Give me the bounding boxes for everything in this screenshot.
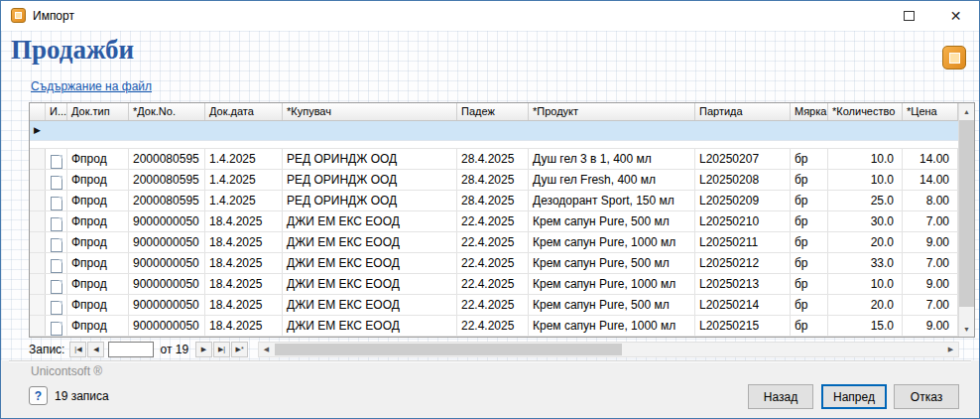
- row-selector[interactable]: [30, 232, 46, 252]
- close-button[interactable]: ✕: [932, 1, 979, 31]
- grid-cell-unit[interactable]: бр: [791, 316, 828, 336]
- grid-cell-qty[interactable]: 10.0: [828, 274, 903, 294]
- grid-cell-product[interactable]: Дезодорант Sport, 150 мл: [529, 191, 695, 210]
- grid-cell-due[interactable]: 28.4.2025: [457, 191, 529, 210]
- row-selector[interactable]: [30, 191, 46, 210]
- cancel-button[interactable]: Отказ: [894, 384, 959, 409]
- scroll-right-icon[interactable]: ▶: [943, 343, 958, 356]
- grid-cell-qty[interactable]: 20.0: [828, 232, 903, 252]
- grid-cell-unit[interactable]: бр: [791, 274, 828, 294]
- scroll-left-icon[interactable]: ◀: [259, 343, 274, 356]
- row-selector[interactable]: [30, 253, 46, 273]
- grid-cell-product[interactable]: Крем сапун Pure, 500 мл: [529, 295, 695, 315]
- grid-cell-batch[interactable]: L20250213: [695, 274, 791, 294]
- grid-cell-qty[interactable]: 25.0: [828, 191, 903, 210]
- previous-record-button[interactable]: ◀: [87, 342, 104, 357]
- column-header-buyer[interactable]: *Купувач: [283, 103, 457, 120]
- file-contents-link[interactable]: Съдържание на файл: [31, 79, 152, 93]
- grid-cell-due[interactable]: 22.4.2025: [457, 253, 529, 273]
- row-selector[interactable]: [30, 170, 46, 190]
- row-selector[interactable]: [30, 149, 46, 169]
- next-button[interactable]: Напред: [821, 384, 887, 409]
- grid-cell-unit[interactable]: бр: [791, 232, 828, 252]
- grid-cell-doctype[interactable]: Фпрод: [67, 149, 129, 169]
- column-header-due[interactable]: Падеж: [457, 103, 529, 120]
- grid-cell-docdate[interactable]: 18.4.2025: [205, 274, 283, 294]
- column-header-icon[interactable]: И...: [46, 103, 67, 120]
- back-button[interactable]: Назад: [748, 384, 813, 409]
- grid-cell-batch[interactable]: L20250211: [695, 232, 791, 252]
- grid-cell-buyer[interactable]: ДЖИ ЕМ ЕКС ЕООД: [283, 274, 457, 294]
- grid-cell-due[interactable]: 22.4.2025: [457, 295, 529, 315]
- column-header-docno[interactable]: *Док.No.: [129, 103, 205, 120]
- grid-cell-batch[interactable]: L20250209: [695, 191, 791, 210]
- row-selector[interactable]: [30, 316, 46, 336]
- grid-cell-price[interactable]: 9.00: [903, 316, 958, 336]
- grid-cell-docno[interactable]: 9000000050: [129, 211, 205, 231]
- scroll-up-icon[interactable]: ▲: [959, 103, 974, 119]
- grid-cell-icon[interactable]: [46, 253, 67, 273]
- grid-cell-buyer[interactable]: РЕД ОРИНДЖ ООД: [283, 191, 457, 210]
- grid-cell-doctype[interactable]: Фпрод: [67, 295, 129, 315]
- grid-cell-docdate[interactable]: 1.4.2025: [205, 149, 283, 169]
- grid-cell-due[interactable]: 22.4.2025: [457, 232, 529, 252]
- grid-cell-docdate[interactable]: 18.4.2025: [205, 295, 283, 315]
- grid-cell-docno[interactable]: 9000000050: [129, 232, 205, 252]
- grid-cell-buyer[interactable]: ДЖИ ЕМ ЕКС ЕООД: [283, 232, 457, 252]
- grid-cell-price[interactable]: 7.00: [903, 253, 958, 273]
- grid-cell-icon[interactable]: [46, 149, 67, 169]
- grid-cell-unit[interactable]: бр: [791, 149, 828, 169]
- column-header-batch[interactable]: Партида: [695, 103, 791, 120]
- grid-cell-doctype[interactable]: Фпрод: [67, 274, 129, 294]
- grid-cell-qty[interactable]: 15.0: [828, 316, 903, 336]
- grid-cell-price[interactable]: 9.00: [903, 274, 958, 294]
- grid-cell-batch[interactable]: L20250212: [695, 253, 791, 273]
- grid-cell-batch[interactable]: L20250210: [695, 211, 791, 231]
- grid-cell-qty[interactable]: 10.0: [828, 170, 903, 190]
- grid-cell-docdate[interactable]: 18.4.2025: [205, 232, 283, 252]
- grid-cell-docno[interactable]: 9000000050: [129, 274, 205, 294]
- grid-cell-unit[interactable]: бр: [791, 253, 828, 273]
- row-selector[interactable]: [30, 295, 46, 315]
- grid-cell-doctype[interactable]: Фпрод: [67, 170, 129, 190]
- grid-cell-doctype[interactable]: Фпрод: [67, 191, 129, 210]
- grid-cell-unit[interactable]: бр: [791, 170, 828, 190]
- column-header-price[interactable]: *Цена: [903, 103, 958, 120]
- grid-cell-docno[interactable]: 9000000050: [129, 253, 205, 273]
- grid-cell-product[interactable]: Крем сапун Pure, 500 мл: [529, 211, 695, 231]
- grid-cell-unit[interactable]: бр: [791, 211, 828, 231]
- grid-cell-docno[interactable]: 2000080595: [129, 191, 205, 210]
- grid-cell-icon[interactable]: [46, 232, 67, 252]
- help-button[interactable]: ?: [29, 386, 48, 405]
- grid-cell-due[interactable]: 22.4.2025: [457, 211, 529, 231]
- grid-cell-price[interactable]: 14.00: [903, 149, 958, 169]
- grid-cell-doctype[interactable]: Фпрод: [67, 316, 129, 336]
- grid-cell-doctype[interactable]: Фпрод: [67, 253, 129, 273]
- grid-cell-icon[interactable]: [46, 211, 67, 231]
- grid-cell-icon[interactable]: [46, 316, 67, 336]
- new-record-button[interactable]: ▶*: [231, 342, 248, 357]
- column-header-unit[interactable]: Мярка: [791, 103, 828, 120]
- maximize-button[interactable]: [886, 1, 932, 31]
- grid-cell-due[interactable]: 28.4.2025: [457, 149, 529, 169]
- grid-cell-due[interactable]: 22.4.2025: [457, 316, 529, 336]
- vertical-scrollbar[interactable]: ▲ ▼: [958, 103, 974, 337]
- grid-cell-qty[interactable]: 30.0: [828, 211, 903, 231]
- grid-cell-docno[interactable]: 2000080595: [129, 170, 205, 190]
- grid-cell-doctype[interactable]: Фпрод: [67, 211, 129, 231]
- grid-cell-buyer[interactable]: ДЖИ ЕМ ЕКС ЕООД: [283, 253, 457, 273]
- grid-cell-doctype[interactable]: Фпрод: [67, 232, 129, 252]
- row-selector[interactable]: [30, 211, 46, 231]
- grid-cell-batch[interactable]: L20250215: [695, 316, 791, 336]
- grid-cell-icon[interactable]: [46, 295, 67, 315]
- grid-cell-due[interactable]: 22.4.2025: [457, 274, 529, 294]
- column-header-docdate[interactable]: Док.дата: [205, 103, 283, 120]
- grid-cell-docno[interactable]: 9000000050: [129, 295, 205, 315]
- grid-cell-batch[interactable]: L20250207: [695, 149, 791, 169]
- grid-cell-price[interactable]: 8.00: [903, 191, 958, 210]
- grid-cell-buyer[interactable]: ДЖИ ЕМ ЕКС ЕООД: [283, 316, 457, 336]
- grid-cell-icon[interactable]: [46, 274, 67, 294]
- grid-cell-product[interactable]: Душ гел 3 в 1, 400 мл: [529, 149, 695, 169]
- grid-cell-unit[interactable]: бр: [791, 191, 828, 210]
- grid-cell-docno[interactable]: 2000080595: [129, 149, 205, 169]
